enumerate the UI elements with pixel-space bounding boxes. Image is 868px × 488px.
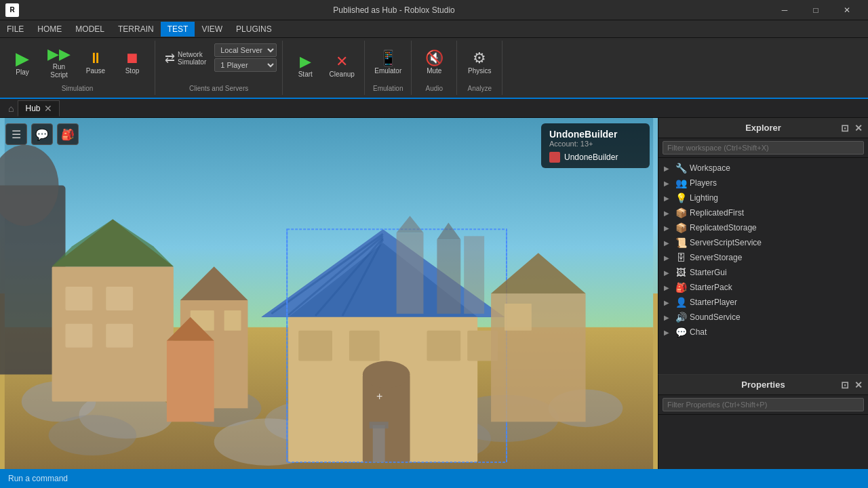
replicated-storage-arrow: ▶: [664, 224, 672, 232]
menu-plugins[interactable]: PLUGINS: [229, 22, 279, 37]
svg-rect-24: [224, 310, 241, 331]
explorer-search-input[interactable]: [663, 141, 864, 155]
physics-button[interactable]: ⚙ Physics: [462, 48, 496, 78]
tree-item-starter-player[interactable]: ▶ 👤 StarterPlayer: [658, 295, 868, 310]
emulation-buttons: 📱 Emulator: [370, 43, 406, 82]
close-button[interactable]: ✕: [831, 0, 863, 20]
run-script-button[interactable]: ▶▶ RunScript: [42, 44, 76, 82]
workspace-icon: 🔧: [675, 163, 687, 174]
chat-button[interactable]: 💬: [31, 123, 53, 145]
tree-item-server-storage[interactable]: ▶ 🗄 ServerStorage: [658, 250, 868, 265]
window-title: Published as Hub - Roblox Studio: [24, 5, 764, 15]
properties-header: Properties ⊡ ✕: [658, 375, 868, 395]
tree-item-chat[interactable]: ▶ 💬 Chat: [658, 325, 868, 340]
explorer-header: Explorer ⊡ ✕: [658, 118, 868, 138]
explorer-panel-buttons: ⊡ ✕: [840, 121, 864, 135]
maximize-button[interactable]: □: [800, 0, 831, 20]
menu-home[interactable]: HOME: [31, 22, 68, 37]
mute-button[interactable]: 🔇 Mute: [417, 48, 451, 78]
audio-buttons: 🔇 Mute: [417, 43, 451, 82]
menu-view[interactable]: VIEW: [195, 22, 229, 37]
menu-test[interactable]: TEST: [161, 22, 195, 37]
tree-item-players[interactable]: ▶ 👥 Players: [658, 176, 868, 190]
menu-file[interactable]: FILE: [0, 22, 31, 37]
lighting-icon: 💡: [675, 192, 687, 203]
inventory-button[interactable]: 🎒: [57, 123, 79, 145]
properties-search-input[interactable]: [663, 398, 864, 411]
tree-item-workspace[interactable]: ▶ 🔧 Workspace: [658, 161, 868, 176]
player-count-select[interactable]: 1 Player 2 Players 3 Players: [214, 58, 277, 72]
cleanup-icon: ✕: [336, 54, 348, 69]
ribbon-section-start: ▶ Start ✕ Cleanup: [283, 41, 365, 95]
player-card: UndoneBuilder Account: 13+ UndoneBuilder: [541, 123, 650, 168]
ribbon-section-simulation: ▶ Play ▶▶ RunScript ⏸ Pause ⏹ Stop Simul…: [0, 41, 155, 95]
starter-player-icon: 👤: [675, 297, 687, 308]
emulator-button[interactable]: 📱 Emulator: [370, 48, 406, 78]
svg-rect-18: [106, 287, 133, 310]
properties-panel: Properties ⊡ ✕: [658, 374, 868, 469]
server-script-icon: 📜: [675, 237, 687, 248]
players-arrow: ▶: [664, 180, 672, 187]
ribbon: ▶ Play ▶▶ RunScript ⏸ Pause ⏹ Stop Simul…: [0, 38, 868, 99]
properties-close-button[interactable]: ✕: [853, 378, 864, 392]
server-script-arrow: ▶: [664, 239, 672, 247]
svg-text:+: +: [376, 390, 382, 402]
svg-rect-17: [66, 287, 93, 310]
ribbon-section-emulation: 📱 Emulator Emulation: [365, 41, 412, 95]
clients-servers-label: Clients and Servers: [189, 82, 248, 92]
svg-rect-38: [427, 331, 460, 361]
lighting-arrow: ▶: [664, 195, 672, 202]
tree-item-server-script-service[interactable]: ▶ 📜 ServerScriptService: [658, 235, 868, 250]
mute-icon: 🔇: [425, 51, 443, 66]
play-button[interactable]: ▶ Play: [5, 47, 39, 79]
replicated-first-arrow: ▶: [664, 209, 672, 217]
starter-pack-icon: 🎒: [675, 282, 687, 293]
tree-item-starter-gui[interactable]: ▶ 🖼 StarterGui: [658, 265, 868, 280]
menu-model[interactable]: MODEL: [68, 22, 111, 37]
player-card-name: UndoneBuilder: [549, 129, 642, 140]
svg-rect-47: [437, 239, 460, 314]
server-storage-icon: 🗄: [675, 252, 687, 263]
menu-terrain[interactable]: TERRAIN: [111, 22, 161, 37]
tab-close-button[interactable]: ✕: [44, 103, 52, 114]
svg-rect-51: [373, 425, 385, 462]
tree-item-replicated-storage[interactable]: ▶ 📦 ReplicatedStorage: [658, 220, 868, 235]
tree-item-replicated-first[interactable]: ▶ 📦 ReplicatedFirst: [658, 205, 868, 220]
svg-rect-37: [349, 331, 380, 361]
cleanup-button[interactable]: ✕ Cleanup: [325, 52, 359, 81]
window-controls: ─ □ ✕: [769, 0, 863, 20]
main-content: + ☰ 💬 🎒 UndoneBuilder Account: 13+ Undon…: [0, 118, 868, 469]
player-avatar: [549, 152, 560, 163]
sound-service-icon: 🔊: [675, 312, 687, 323]
tab-nav-icon: ⌂: [8, 103, 14, 114]
hamburger-icon: ☰: [12, 128, 21, 141]
properties-lock-button[interactable]: ⊡: [840, 378, 850, 392]
tree-item-lighting[interactable]: ▶ 💡 Lighting: [658, 190, 868, 205]
minimize-button[interactable]: ─: [769, 0, 800, 20]
player-card-account: Account: 13+: [549, 140, 642, 148]
tree-item-sound-service[interactable]: ▶ 🔊 SoundService: [658, 310, 868, 325]
explorer-close-button[interactable]: ✕: [853, 121, 864, 135]
emulator-icon: 📱: [379, 51, 397, 66]
network-simulator-button[interactable]: ⇄ NetworkSimulator: [161, 48, 210, 68]
explorer-lock-button[interactable]: ⊡: [840, 121, 850, 135]
pause-button[interactable]: ⏸ Pause: [79, 48, 113, 78]
chat-tree-icon: 💬: [675, 327, 687, 338]
stop-button[interactable]: ⏹ Stop: [115, 48, 149, 78]
svg-rect-20: [106, 324, 133, 348]
start-button[interactable]: ▶ Start: [288, 52, 322, 81]
sound-service-arrow: ▶: [664, 314, 672, 321]
server-dropdowns: Local Server Server 1 Player 2 Players 3…: [214, 43, 277, 73]
physics-label: Physics: [468, 67, 491, 75]
tabbar: ⌂ Hub ✕: [0, 99, 868, 118]
tab-hub[interactable]: Hub ✕: [18, 100, 60, 117]
chat-arrow: ▶: [664, 329, 672, 336]
app-icon: R: [5, 3, 19, 17]
ribbon-section-analyze: ⚙ Physics Analyze: [457, 41, 502, 95]
server-type-select[interactable]: Local Server Server: [214, 43, 277, 57]
tree-item-starter-pack[interactable]: ▶ 🎒 StarterPack: [658, 280, 868, 295]
viewport[interactable]: + ☰ 💬 🎒 UndoneBuilder Account: 13+ Undon…: [0, 118, 658, 469]
command-input[interactable]: [8, 474, 860, 483]
emulation-label: Emulation: [373, 82, 403, 92]
menu-toggle-button[interactable]: ☰: [5, 123, 27, 145]
